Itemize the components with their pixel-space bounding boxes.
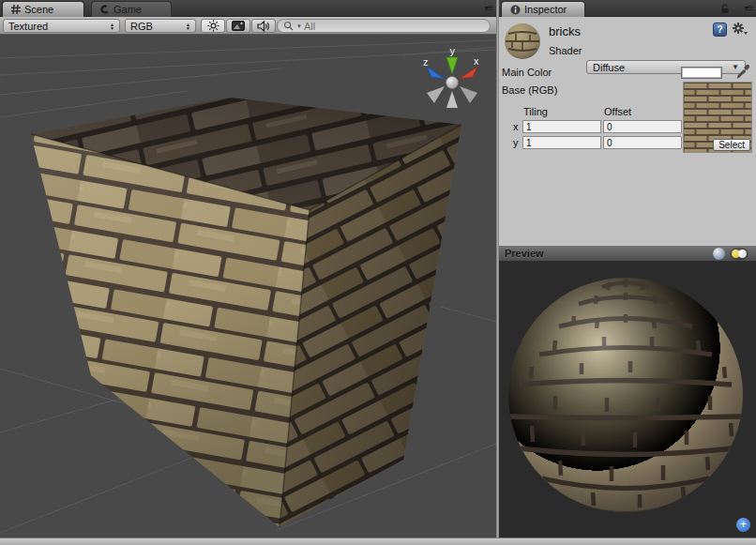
search-input[interactable] [304, 21, 484, 32]
material-name: bricks [549, 24, 581, 38]
tiling-x-field[interactable] [522, 120, 601, 133]
axis-y-label: y [513, 137, 519, 148]
scene-search-field[interactable]: ▼ [277, 19, 491, 33]
eyedropper-icon[interactable] [735, 64, 750, 80]
scene-grid-icon [11, 5, 21, 14]
image-icon [232, 21, 245, 31]
shader-label: Shader [549, 45, 582, 56]
scene-toolbar: Textured ▲▼ RGB ▲▼ [0, 17, 496, 35]
sun-icon [207, 20, 219, 32]
light-dot-icon [738, 250, 747, 258]
gizmo-x-cone[interactable] [460, 67, 477, 79]
help-icon[interactable]: ? [713, 23, 727, 37]
axis-x-label: x [513, 121, 519, 132]
preview-panel: Preview [499, 246, 756, 537]
inspector-tabbar: Inspector ▾≡ [499, 0, 756, 17]
scene-panel-menu-icon[interactable]: ▾≡ [472, 3, 492, 14]
inspector-body: bricks Shader Diffuse ▼ ? Main Color [499, 17, 756, 246]
gizmo-neg-x-cone[interactable] [460, 86, 477, 103]
preview-header[interactable]: Preview [499, 246, 756, 262]
material-preview-sphere [499, 262, 756, 537]
scene-viewport[interactable]: y x z [0, 35, 496, 537]
offset-y-field[interactable] [603, 136, 682, 149]
tab-scene[interactable]: Scene [2, 1, 84, 17]
tab-inspector[interactable]: Inspector [501, 1, 585, 17]
main-color-swatch[interactable] [681, 67, 722, 79]
lighting-toggle-button[interactable] [201, 19, 225, 33]
preview-shape-button[interactable] [713, 248, 725, 260]
gizmo-x-label: x [474, 55, 479, 67]
color-mode-value: RGB [130, 21, 180, 32]
main-color-label: Main Color [502, 67, 552, 78]
info-icon [510, 5, 521, 15]
inspector-panel: Inspector ▾≡ bricks [499, 0, 756, 246]
tab-game-label: Game [113, 4, 142, 15]
window-bottom-strip [0, 537, 756, 545]
tiling-y-field[interactable] [522, 136, 601, 149]
material-sphere-icon [504, 23, 541, 60]
draw-mode-value: Textured [8, 21, 104, 32]
lock-icon[interactable] [720, 4, 730, 14]
speaker-icon [257, 21, 270, 32]
gizmo-hub[interactable] [446, 77, 459, 89]
base-texture-thumbnail[interactable]: Select [683, 82, 752, 153]
offset-header: Offset [604, 106, 631, 117]
updown-arrows-icon: ▲▼ [110, 23, 114, 30]
brick-cube[interactable] [31, 98, 461, 527]
search-filter-arrow-icon: ▼ [296, 23, 302, 29]
orientation-gizmo[interactable]: y x z [423, 45, 479, 108]
tab-game[interactable]: Game [91, 1, 172, 17]
scene-panel: Scene Game ▾≡ Textured ▲▼ RGB ▲▼ [0, 0, 496, 537]
search-icon [283, 21, 295, 32]
inspector-panel-menu-icon[interactable]: ▾≡ [732, 3, 752, 14]
gizmo-neg-y-cone[interactable] [446, 91, 458, 108]
add-button[interactable]: + [736, 518, 750, 532]
color-mode-dropdown[interactable]: RGB ▲▼ [125, 19, 196, 33]
draw-mode-dropdown[interactable]: Textured ▲▼ [3, 19, 120, 33]
select-texture-button[interactable]: Select [713, 139, 750, 151]
preview-lighting-button[interactable] [730, 248, 748, 260]
tab-scene-label: Scene [24, 4, 53, 15]
offset-x-field[interactable] [603, 120, 682, 133]
tiling-header: Tiling [523, 106, 548, 117]
gizmo-y-label: y [450, 45, 456, 56]
preview-body[interactable]: + [499, 262, 756, 537]
updown-arrows-icon: ▲▼ [186, 23, 190, 30]
tab-inspector-label: Inspector [524, 4, 567, 15]
gear-icon[interactable] [732, 22, 748, 37]
preview-title: Preview [505, 248, 544, 259]
gizmo-y-cone[interactable] [446, 57, 458, 74]
base-rgb-label: Base (RGB) [502, 84, 557, 96]
scene-tabbar: Scene Game ▾≡ [0, 0, 496, 17]
gizmo-z-label: z [423, 56, 429, 68]
select-button-label: Select [718, 140, 745, 150]
gizmo-neg-z-cone[interactable] [427, 86, 445, 103]
audio-toggle-button[interactable] [251, 19, 276, 33]
effects-toggle-button[interactable] [226, 19, 250, 33]
gizmo-z-cone[interactable] [427, 67, 445, 79]
game-icon [100, 5, 110, 14]
